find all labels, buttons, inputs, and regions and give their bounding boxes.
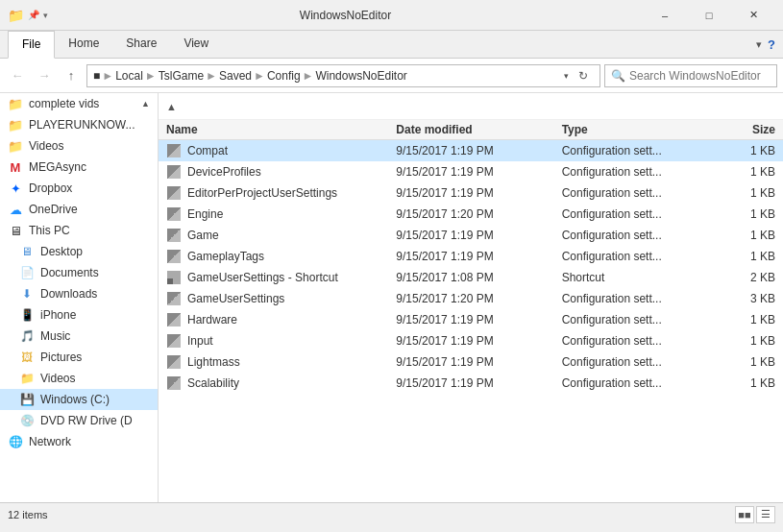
file-date: 9/15/2017 1:19 PM	[396, 334, 561, 348]
sidebar-item-complete-vids[interactable]: 📁 complete vids ▲	[0, 93, 158, 114]
table-row[interactable]: Compat 9/15/2017 1:19 PM Configuration s…	[159, 140, 783, 161]
maximize-button[interactable]: □	[687, 0, 731, 31]
table-row[interactable]: Engine 9/15/2017 1:20 PM Configuration s…	[159, 204, 783, 225]
sidebar-item-dropbox[interactable]: ✦ Dropbox	[0, 178, 158, 199]
up-button[interactable]: ↑	[60, 64, 83, 87]
back-button[interactable]: ←	[6, 64, 29, 87]
table-row[interactable]: GameUserSettings 9/15/2017 1:20 PM Confi…	[159, 288, 783, 309]
pin-icon: 📌	[28, 10, 39, 20]
sidebar-label: Videos	[40, 372, 75, 385]
sidebar-label: PLAYERUNKNOW...	[29, 118, 135, 132]
folder-icon: 📁	[8, 138, 23, 154]
shortcut-icon	[166, 270, 182, 285]
help-icon[interactable]: ?	[768, 37, 775, 52]
file-config-icon	[166, 312, 182, 327]
sidebar-label: iPhone	[40, 308, 76, 322]
file-date: 9/15/2017 1:19 PM	[396, 165, 561, 179]
sidebar-label: Pictures	[40, 351, 82, 364]
file-size: 1 KB	[727, 334, 775, 348]
breadcrumb-windowsnoeditor[interactable]: WindowsNoEditor	[315, 69, 406, 83]
sidebar-item-documents[interactable]: 📄 Documents	[0, 262, 158, 283]
sidebar-label: Downloads	[40, 287, 97, 301]
table-row[interactable]: GameUserSettings - Shortcut 9/15/2017 1:…	[159, 267, 783, 288]
table-row[interactable]: Game 9/15/2017 1:19 PM Configuration set…	[159, 225, 783, 246]
sidebar-item-iphone[interactable]: 📱 iPhone	[0, 304, 158, 326]
breadcrumb-saved[interactable]: Saved	[219, 69, 252, 83]
ribbon-tabs: File Home Share View ▾ ?	[0, 31, 783, 58]
address-bar[interactable]: ■ ► Local ► TslGame ► Saved ► Config ► W…	[86, 64, 600, 87]
sidebar-item-windows-c[interactable]: 💾 Windows (C:)	[0, 389, 158, 410]
status-bar: 12 items ■■ ☰	[0, 502, 783, 525]
details-view-button[interactable]: ■■	[735, 506, 754, 523]
main-layout: 📁 complete vids ▲ 📁 PLAYERUNKNOW... 📁 Vi…	[0, 93, 783, 502]
file-name: GameplayTags	[187, 250, 264, 263]
breadcrumb-local-text[interactable]: Local	[115, 69, 143, 83]
file-type: Configuration sett...	[562, 186, 727, 200]
close-button[interactable]: ✕	[731, 0, 775, 31]
sidebar-item-desktop[interactable]: 🖥 Desktop	[0, 241, 158, 262]
sidebar-item-playerunknown[interactable]: 📁 PLAYERUNKNOW...	[0, 114, 158, 135]
refresh-button[interactable]: ↻	[573, 65, 594, 86]
file-date: 9/15/2017 1:08 PM	[396, 271, 561, 284]
sidebar: 📁 complete vids ▲ 📁 PLAYERUNKNOW... 📁 Vi…	[0, 93, 159, 502]
breadcrumb-local[interactable]: ■	[93, 69, 100, 83]
file-size: 2 KB	[727, 271, 775, 284]
search-icon: 🔍	[611, 69, 625, 83]
sidebar-item-megasync[interactable]: M MEGAsync	[0, 157, 158, 178]
column-header-name[interactable]: Name	[166, 123, 396, 136]
table-row[interactable]: Input 9/15/2017 1:19 PM Configuration se…	[159, 330, 783, 351]
file-size: 1 KB	[727, 250, 775, 263]
sidebar-item-this-pc[interactable]: 🖥 This PC	[0, 220, 158, 241]
sidebar-label: complete vids	[29, 97, 99, 110]
tiles-view-button[interactable]: ☰	[756, 506, 775, 523]
file-size: 1 KB	[727, 144, 775, 157]
tab-view[interactable]: View	[170, 31, 222, 58]
minimize-button[interactable]: –	[643, 0, 687, 31]
sidebar-item-pictures[interactable]: 🖼 Pictures	[0, 347, 158, 368]
forward-button[interactable]: →	[33, 64, 56, 87]
table-row[interactable]: EditorPerProjectUserSettings 9/15/2017 1…	[159, 182, 783, 204]
column-header-date[interactable]: Date modified	[396, 123, 561, 136]
file-name: GameUserSettings	[187, 292, 284, 305]
file-name: DeviceProfiles	[187, 165, 261, 179]
sidebar-item-videos[interactable]: 📁 Videos	[0, 135, 158, 157]
file-list-header: Name Date modified Type Size	[159, 120, 783, 140]
table-row[interactable]: Lightmass 9/15/2017 1:19 PM Configuratio…	[159, 351, 783, 373]
sidebar-item-network[interactable]: 🌐 Network	[0, 431, 158, 452]
sidebar-label: Videos	[29, 139, 63, 153]
table-row[interactable]: DeviceProfiles 9/15/2017 1:19 PM Configu…	[159, 161, 783, 182]
table-row[interactable]: Hardware 9/15/2017 1:19 PM Configuration…	[159, 309, 783, 330]
tab-share[interactable]: Share	[112, 31, 170, 58]
column-header-size[interactable]: Size	[727, 123, 775, 136]
search-bar[interactable]: 🔍	[604, 64, 777, 87]
file-type: Configuration sett...	[562, 250, 727, 263]
breadcrumb-config[interactable]: Config	[267, 69, 301, 83]
sidebar-item-downloads[interactable]: ⬇ Downloads	[0, 283, 158, 304]
address-dropdown-icon[interactable]: ▾	[564, 71, 569, 81]
table-row[interactable]: Scalability 9/15/2017 1:19 PM Configurat…	[159, 373, 783, 394]
file-type: Configuration sett...	[562, 207, 727, 221]
sidebar-label: Documents	[40, 266, 99, 279]
breadcrumb-sep1: ►	[102, 69, 113, 83]
tab-home[interactable]: Home	[55, 31, 112, 58]
ribbon-collapse-icon[interactable]: ▾	[756, 38, 762, 51]
file-date: 9/15/2017 1:19 PM	[396, 186, 561, 200]
breadcrumb-tslgame[interactable]: TslGame	[159, 69, 204, 83]
sidebar-item-onedrive[interactable]: ☁ OneDrive	[0, 199, 158, 220]
sidebar-item-videos2[interactable]: 📁 Videos	[0, 368, 158, 389]
tab-file[interactable]: File	[8, 31, 55, 59]
pc-icon: 🖥	[8, 223, 23, 238]
search-input[interactable]	[629, 69, 773, 83]
item-count: 12 items	[8, 509, 48, 520]
sidebar-item-music[interactable]: 🎵 Music	[0, 326, 158, 347]
file-name: EditorPerProjectUserSettings	[187, 186, 337, 200]
file-config-icon	[166, 291, 182, 306]
table-row[interactable]: GameplayTags 9/15/2017 1:19 PM Configura…	[159, 246, 783, 267]
sidebar-item-dvd-rw[interactable]: 💿 DVD RW Drive (D	[0, 410, 158, 431]
column-header-type[interactable]: Type	[562, 123, 727, 136]
file-date: 9/15/2017 1:20 PM	[396, 292, 561, 305]
network-icon: 🌐	[8, 434, 23, 449]
file-config-icon	[166, 206, 182, 222]
file-date: 9/15/2017 1:19 PM	[396, 250, 561, 263]
window-controls: – □ ✕	[643, 0, 775, 31]
